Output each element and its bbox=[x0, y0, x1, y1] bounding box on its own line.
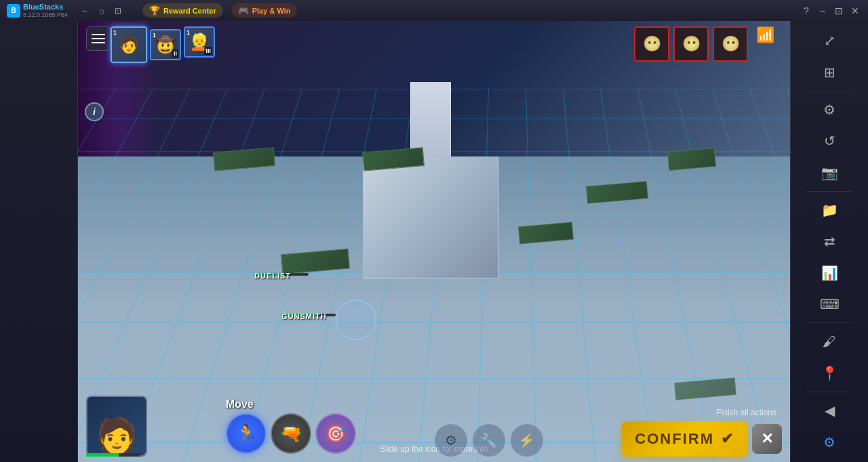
confirm-area: Finish all actions CONFIRM ✔ ✕ bbox=[621, 408, 782, 457]
player-health-fill bbox=[86, 453, 119, 457]
hero-portrait-2[interactable]: 🤠 1 II bbox=[150, 29, 181, 60]
structure-body bbox=[363, 156, 498, 278]
nav-controls: ← ⌂ ⊡ bbox=[75, 4, 129, 18]
restore-button[interactable]: ⊡ bbox=[831, 3, 846, 18]
hero-portraits: 🧑 1 🤠 1 II 👱 1 III bbox=[111, 26, 215, 63]
signal-icon: 📶 bbox=[756, 26, 774, 44]
minimize-button[interactable]: − bbox=[815, 3, 830, 18]
play-win-icon: 🎮 bbox=[238, 5, 249, 16]
finish-all-label: Finish all actions bbox=[716, 408, 776, 417]
menu-line-2 bbox=[92, 38, 105, 39]
center-structure bbox=[336, 75, 526, 278]
portrait-rank-3: III bbox=[204, 47, 212, 55]
sidebar-location-icon[interactable]: 📍 bbox=[814, 359, 844, 387]
menu-line-1 bbox=[92, 34, 105, 35]
reward-center-label: Reward Center bbox=[163, 7, 216, 15]
sidebar-config-icon[interactable]: ⚙ bbox=[814, 428, 844, 457]
extra-action-3[interactable]: ⚡ bbox=[511, 424, 543, 457]
move-circle bbox=[336, 299, 376, 340]
player-avatar: 🧑 bbox=[86, 396, 147, 457]
sidebar-expand-icon[interactable]: ⤢ bbox=[814, 26, 844, 55]
confirm-label: CONFIRM bbox=[635, 430, 714, 448]
gun-action-button[interactable]: 🔫 bbox=[271, 413, 311, 454]
bluestacks-logo: B BlueStacks 5.12.0.1065 P64 bbox=[0, 3, 75, 18]
game-viewport: DUELIST GUNSMITH 🧑 1 🤠 bbox=[78, 21, 790, 462]
window-controls: ? − ⊡ ✕ bbox=[793, 3, 868, 18]
sidebar-refresh-icon[interactable]: ↺ bbox=[814, 127, 844, 155]
sidebar-divider-2 bbox=[806, 191, 852, 192]
help-button[interactable]: ? bbox=[799, 3, 814, 18]
extra-actions: ⚙ 🔧 ⚡ bbox=[435, 424, 543, 457]
move-action-button[interactable]: 🏃 bbox=[226, 413, 267, 454]
gun-icon: 🔫 bbox=[280, 423, 302, 444]
move-label: Move bbox=[226, 398, 356, 411]
enemy-portrait-2[interactable]: 😶 bbox=[673, 26, 709, 62]
move-icon: 🏃 bbox=[235, 423, 257, 444]
close-button[interactable]: ✕ bbox=[848, 3, 863, 18]
duelist-label-area: DUELIST bbox=[254, 272, 309, 276]
enemy-portraits: 😶 😶 😶 bbox=[634, 26, 748, 62]
reward-icon: 🏆 bbox=[149, 5, 160, 16]
sidebar-performance-icon[interactable]: 📊 bbox=[814, 259, 844, 287]
sidebar-back-icon[interactable]: ◀ bbox=[814, 396, 844, 425]
player-section: 🧑 bbox=[86, 396, 147, 457]
extra-action-1[interactable]: ⚙ bbox=[435, 424, 467, 457]
left-sidebar bbox=[0, 21, 78, 462]
portrait-rank-2: II bbox=[172, 49, 178, 58]
enemy-portrait-1[interactable]: 😶 bbox=[634, 26, 669, 62]
sidebar-macro-icon[interactable]: ⌨ bbox=[814, 290, 844, 318]
reward-center-button[interactable]: 🏆 Reward Center bbox=[142, 3, 223, 18]
titlebar-center: 🏆 Reward Center 🎮 Play & Win bbox=[129, 3, 793, 18]
hero-face-1: 🧑 bbox=[119, 35, 139, 54]
skill-action-button[interactable]: 🎯 bbox=[315, 413, 356, 454]
bluestacks-icon: B bbox=[7, 4, 20, 18]
hero-portrait-bg-1: 🧑 bbox=[112, 28, 146, 62]
menu-line-3 bbox=[92, 42, 105, 43]
enemy-icon-1: 😶 bbox=[643, 35, 661, 53]
hud-top: 🧑 1 🤠 1 II 👱 1 III 😶 bbox=[78, 21, 790, 68]
sidebar-brush-icon[interactable]: 🖌 bbox=[814, 327, 844, 356]
sidebar-sync-icon[interactable]: ⇄ bbox=[814, 227, 844, 255]
confirm-button[interactable]: CONFIRM ✔ bbox=[621, 421, 748, 457]
play-win-label: Play & Win bbox=[252, 7, 291, 15]
sidebar-divider-3 bbox=[806, 322, 852, 323]
recent-button[interactable]: ⊡ bbox=[111, 4, 125, 18]
enemy-icon-2: 😶 bbox=[682, 35, 701, 53]
hero-portrait-1[interactable]: 🧑 1 bbox=[111, 26, 147, 63]
extra-action-2[interactable]: 🔧 bbox=[473, 424, 505, 457]
menu-button[interactable] bbox=[86, 26, 111, 51]
portrait-num-2: 1 bbox=[153, 32, 156, 39]
hud-bottom: 🧑 Move 🏃 🔫 🎯 ⚙ 🔧 ⚡ bbox=[78, 390, 790, 462]
enemy-icon-3: 😶 bbox=[722, 35, 740, 53]
sidebar-fullscreen-icon[interactable]: ⊞ bbox=[814, 58, 844, 86]
info-button[interactable]: i bbox=[85, 102, 104, 121]
skill-icon: 🎯 bbox=[325, 423, 347, 444]
sidebar-settings-icon[interactable]: ⚙ bbox=[814, 96, 844, 124]
titlebar: B BlueStacks 5.12.0.1065 P64 ← ⌂ ⊡ 🏆 Rew… bbox=[0, 0, 868, 21]
player-health-bar bbox=[86, 453, 140, 457]
sidebar-divider-1 bbox=[806, 91, 852, 91]
sidebar-folder-icon[interactable]: 📁 bbox=[814, 196, 844, 224]
hero-portrait-3[interactable]: 👱 1 III bbox=[184, 26, 215, 58]
right-sidebar: ⤢ ⊞ ⚙ ↺ 📷 📁 ⇄ 📊 ⌨ 🖌 📍 ◀ ⚙ bbox=[790, 21, 868, 462]
gunsmith-name: GUNSMITH bbox=[281, 312, 327, 320]
action-buttons: 🏃 🔫 🎯 bbox=[226, 413, 356, 454]
portrait-num-3: 1 bbox=[186, 29, 190, 36]
confirm-row: CONFIRM ✔ ✕ bbox=[621, 421, 782, 457]
enemy-portrait-3[interactable]: 😶 bbox=[713, 26, 748, 62]
cancel-button[interactable]: ✕ bbox=[752, 424, 782, 454]
player-face: 🧑 bbox=[96, 416, 138, 455]
play-win-button[interactable]: 🎮 Play & Win bbox=[231, 3, 298, 18]
actions-section: Move 🏃 🔫 🎯 bbox=[226, 398, 356, 457]
bluestacks-name: BlueStacks bbox=[23, 3, 68, 11]
back-button[interactable]: ← bbox=[79, 4, 92, 18]
portrait-num-1: 1 bbox=[113, 29, 117, 36]
home-button[interactable]: ⌂ bbox=[95, 4, 108, 18]
sidebar-divider-4 bbox=[806, 392, 852, 392]
gunsmith-label-area: GUNSMITH bbox=[281, 312, 336, 316]
sidebar-screenshot-icon[interactable]: 📷 bbox=[814, 159, 844, 187]
bluestacks-version: 5.12.0.1065 P64 bbox=[23, 12, 68, 18]
duelist-name: DUELIST bbox=[254, 272, 291, 280]
confirm-check-icon: ✔ bbox=[721, 430, 734, 448]
